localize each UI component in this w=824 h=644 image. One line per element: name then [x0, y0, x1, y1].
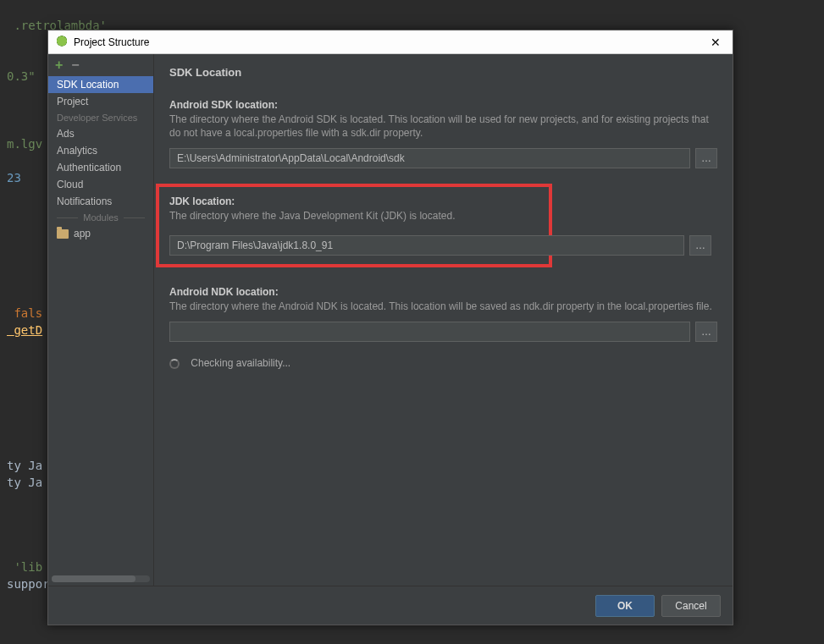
sdk-heading: Android SDK location:	[169, 99, 717, 111]
sidebar-module-app[interactable]: app	[48, 225, 153, 242]
sidebar-item-ads[interactable]: Ads	[48, 125, 153, 142]
spinner-icon	[169, 359, 180, 369]
jdk-desc: The directory where the Java Development…	[169, 209, 539, 223]
sidebar-item-notifications[interactable]: Notifications	[48, 193, 153, 210]
sidebar-item-sdk-location[interactable]: SDK Location	[48, 76, 153, 93]
sidebar: + − SDK Location Project Developer Servi…	[48, 54, 154, 586]
cancel-button[interactable]: Cancel	[661, 595, 721, 617]
ndk-browse-button[interactable]: …	[695, 322, 717, 342]
folder-icon	[57, 229, 69, 239]
sdk-browse-button[interactable]: …	[695, 148, 717, 168]
ndk-heading: Android NDK location:	[169, 286, 717, 298]
sdk-path-row: …	[169, 148, 717, 168]
ndk-path-input[interactable]	[169, 322, 690, 342]
sdk-desc: The directory where the Android SDK is l…	[169, 113, 717, 140]
jdk-browse-button[interactable]: …	[689, 235, 711, 256]
jdk-path-row: …	[169, 235, 711, 256]
sidebar-section-dev-services: Developer Services	[48, 110, 153, 125]
resize-handle-icon[interactable]	[154, 315, 156, 335]
page-title: SDK Location	[169, 66, 717, 79]
jdk-path-input[interactable]	[169, 235, 684, 256]
ndk-path-row: …	[169, 322, 717, 342]
sidebar-item-authentication[interactable]: Authentication	[48, 159, 153, 176]
checking-label: Checking availability...	[191, 357, 290, 369]
dialog-body: + − SDK Location Project Developer Servi…	[48, 54, 733, 586]
dialog-titlebar[interactable]: Project Structure ✕	[48, 30, 733, 54]
sdk-path-input[interactable]	[169, 148, 690, 168]
minus-icon[interactable]: −	[71, 58, 79, 73]
ok-button[interactable]: OK	[595, 595, 655, 617]
sidebar-section-modules: Modules	[48, 210, 153, 225]
sidebar-item-cloud[interactable]: Cloud	[48, 176, 153, 193]
project-structure-dialog: Project Structure ✕ + − SDK Location Pro…	[47, 30, 733, 625]
jdk-highlight: JDK location: The directory where the Ja…	[156, 184, 552, 267]
module-label: app	[74, 228, 91, 239]
dialog-button-bar: OK Cancel	[48, 586, 733, 625]
app-icon	[55, 36, 69, 49]
dialog-title: Project Structure	[74, 36, 705, 48]
sidebar-toolbar: + −	[48, 54, 153, 76]
close-icon[interactable]: ✕	[705, 36, 726, 49]
checking-status: Checking availability...	[169, 357, 717, 369]
jdk-heading: JDK location:	[169, 195, 539, 207]
sidebar-item-analytics[interactable]: Analytics	[48, 142, 153, 159]
main-panel: SDK Location Android SDK location: The d…	[154, 54, 733, 586]
sidebar-scrollbar[interactable]	[52, 575, 150, 582]
plus-icon[interactable]: +	[55, 58, 63, 73]
ndk-desc: The directory where the Android NDK is l…	[169, 300, 717, 313]
sidebar-item-project[interactable]: Project	[48, 93, 153, 110]
